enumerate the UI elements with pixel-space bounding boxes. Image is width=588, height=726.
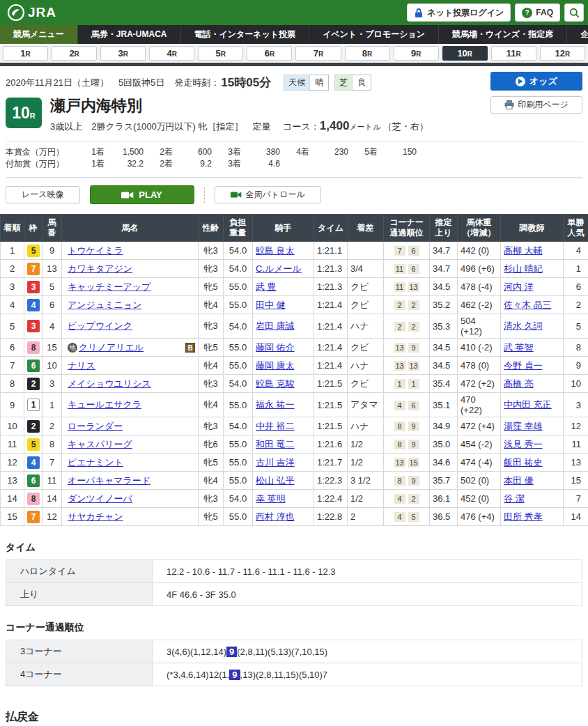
horse-name-link[interactable]: トウケイミラ [68,245,123,256]
jockey-link[interactable]: 中井 裕二 [256,421,295,431]
trainer-link[interactable]: 本田 優 [504,475,534,486]
nav-item[interactable]: 企業情報 [567,25,588,44]
table-row: 7 6 10 ナリス 牝4 55.0 藤岡 康太 1:21.4 ハナ 1313 … [1,357,588,375]
jockey-link[interactable]: C.ルメール [256,263,302,274]
horse-name-link[interactable]: ローランダー [68,421,123,431]
trainer-link[interactable]: 浅見 秀一 [504,439,543,449]
trainer-link[interactable]: 高柳 大輔 [504,245,543,256]
race-video-button[interactable]: レース映像 [6,186,80,203]
jockey-link[interactable]: 西村 淳也 [256,511,295,522]
frame-badge: 1 [27,399,40,411]
jockey-link[interactable]: 和田 竜二 [256,439,295,449]
race-tab[interactable]: 5R [198,46,243,61]
horse-name-link[interactable]: クリノアリエル [79,342,144,353]
trainer-link[interactable]: 清水 久詞 [504,320,543,331]
video-camera-icon [121,191,134,199]
time-section: タイム ハロンタイム12.2 - 10.6 - 11.7 - 11.6 - 11… [0,541,588,606]
net-voting-login-button[interactable]: ネット投票ログイン [407,3,511,22]
race-tab[interactable]: 7R [295,46,341,61]
margin: 3 1/2 [348,472,384,490]
trainer-link[interactable]: 飯田 祐史 [504,457,543,468]
sex-age: 牝3 [199,260,224,278]
trainer-link[interactable]: 谷 潔 [504,493,525,504]
faq-button[interactable]: ? FAQ [515,3,560,22]
trainer-link[interactable]: 中内田 充正 [504,399,552,410]
jockey-link[interactable]: 古川 吉洋 [256,457,295,468]
jockey-link[interactable]: 岩田 康誠 [256,320,295,331]
frame-badge: 5 [27,245,40,257]
jockey-link[interactable]: 武 豊 [256,281,277,292]
race-tab[interactable]: 6R [247,46,292,61]
horse-name-cell: 地クリノアリエルB [62,339,199,357]
horse-name-link[interactable]: キャスパリーグ [68,439,132,449]
win-popularity: 10 [564,375,588,393]
trainer-link[interactable]: 武 英智 [504,342,534,353]
jockey-link[interactable]: 藤岡 佑介 [256,342,295,353]
print-page-button[interactable]: 印刷用ページ [490,96,582,114]
main-nav: 競馬メニュー馬券・JRA-UMACA電話・インターネット投票イベント・プロモーシ… [0,25,588,44]
horse-number: 2 [42,417,62,435]
corner-positions: 22 [384,314,430,339]
body-weight: 454 (-2) [458,435,501,454]
horse-name-link[interactable]: キャッチミーアップ [68,281,150,292]
race-tab[interactable]: 12R [540,46,585,61]
race-tab[interactable]: 10R [442,46,488,61]
jockey-link[interactable]: 藤岡 康太 [256,360,295,371]
trainer-link[interactable]: 湯窪 幸雄 [504,421,543,431]
horse-name-link[interactable]: サヤカチャン [68,511,123,522]
nav-item[interactable]: 電話・インターネット投票 [181,25,310,44]
horse-name-link[interactable]: キュールエサクラ [68,399,141,410]
trainer-link[interactable]: 田所 秀孝 [504,511,543,522]
column-header: 馬体重 （増減） [458,215,501,242]
jockey-link[interactable]: 田中 健 [256,300,286,310]
table-row: 15 7 12 サヤカチャン 牝5 55.0 西村 淳也 1:22.8 2 45… [1,508,588,526]
nav-item[interactable]: 競馬場・ウインズ・指定席 [439,25,567,44]
jockey-link[interactable]: 松山 弘平 [256,475,295,486]
trainer-link[interactable]: 佐々木 晶三 [504,300,552,310]
furlong-time-value: 12.2 - 10.6 - 11.7 - 11.6 - 11.1 - 11.6 … [153,560,582,583]
race-tab[interactable]: 4R [149,46,194,61]
sex-age: 牝5 [199,339,224,357]
nav-item[interactable]: イベント・プロモーション [309,25,439,44]
race-tab[interactable]: 3R [100,46,146,61]
race-tab[interactable]: 9R [394,46,439,61]
blinkers-badge: B [185,343,195,353]
column-header: 馬名 [62,215,199,242]
horse-name-link[interactable]: ナリス [68,360,95,371]
patrol-video-button[interactable]: 全周パトロール [215,186,321,203]
jockey-link[interactable]: 鮫島 克駿 [256,378,295,389]
horse-name-link[interactable]: アンジュミニョン [68,300,141,310]
trainer-link[interactable]: 高橋 亮 [504,378,534,389]
nav-item[interactable]: 馬券・JRA-UMACA [78,25,181,44]
race-tab[interactable]: 2R [52,46,97,61]
trainer-link[interactable]: 今野 貞一 [504,360,543,371]
nav-item[interactable]: 競馬メニュー [0,25,78,44]
jockey-link[interactable]: 幸 英明 [256,493,286,504]
horse-name-link[interactable]: メイショウユリシス [68,378,151,389]
odds-button[interactable]: ▶ オッズ [490,72,582,91]
race-tab[interactable]: 1R [3,46,48,61]
svg-text:?: ? [525,9,529,17]
search-button[interactable] [564,3,584,22]
jra-logo[interactable]: JRA [7,3,56,22]
column-header: 着順 [1,215,24,242]
trainer-link[interactable]: 杉山 晴紀 [504,263,543,274]
corner-positions: 1113 [384,278,430,296]
finish-time: 1:21.4 [314,314,348,339]
race-tab[interactable]: 11R [491,46,536,61]
jockey-link[interactable]: 鮫島 良太 [256,245,295,256]
win-popularity: 11 [564,435,588,454]
horse-name-link[interactable]: ピエナミント [68,457,123,468]
last-3f: 35.1 [430,393,458,417]
trainer-link[interactable]: 河内 洋 [504,281,534,292]
jockey-link[interactable]: 福永 祐一 [256,399,295,410]
play-button[interactable]: PLAY [90,185,194,204]
weather-label: 天候 [284,75,310,91]
margin [348,242,384,260]
horse-name-link[interactable]: オーパキャマラード [68,475,150,486]
horse-name-link[interactable]: カワキタアジン [68,263,132,274]
horse-name-link[interactable]: ビップウインク [68,320,132,331]
frame-badge: 2 [27,420,40,433]
horse-name-link[interactable]: ダンツイノーバ [68,493,132,504]
race-tab[interactable]: 8R [345,46,390,61]
